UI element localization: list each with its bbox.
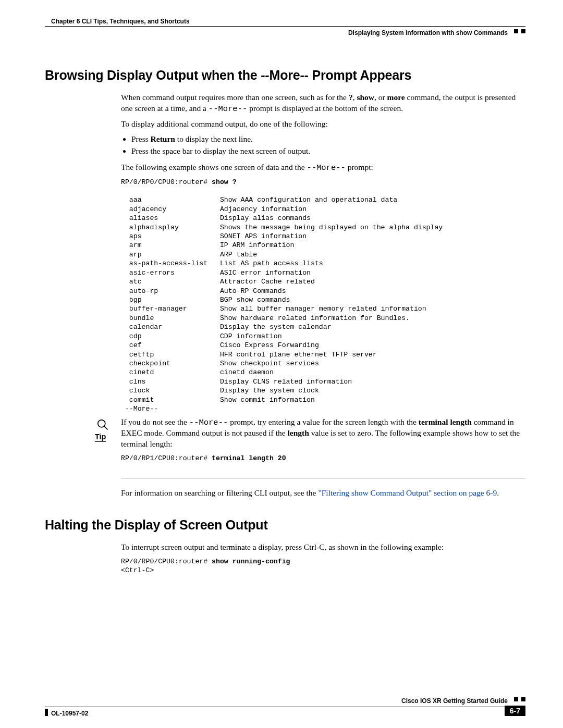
- running-footer: Cisco IOS XR Getting Started Guide OL-10…: [45, 707, 525, 707]
- bullet-spacebar: Press the space bar to display the next …: [131, 146, 525, 157]
- xref-para: For information on searching or filterin…: [121, 488, 525, 499]
- svg-line-1: [104, 426, 107, 429]
- bullet-list: Press Return to display the next line. P…: [121, 134, 525, 157]
- para-halt: To interrupt screen output and terminate…: [121, 542, 525, 553]
- tip-block: Tip If you do not see the --More-- promp…: [45, 417, 525, 466]
- footer-left-bar: [45, 709, 48, 716]
- tip-para: If you do not see the --More-- prompt, t…: [121, 417, 525, 450]
- section1-body: When command output requires more than o…: [121, 92, 525, 414]
- halt-cli: RP/0/RP0/CPU0:router# show running-confi…: [121, 557, 525, 575]
- footer-guide: Cisco IOS XR Getting Started Guide: [401, 697, 508, 705]
- content: Browsing Display Output when the --More-…: [45, 68, 525, 575]
- footer-rule: [45, 707, 525, 707]
- section2-body: To interrupt screen output and terminate…: [121, 542, 525, 575]
- xref-link[interactable]: "Filtering show Command Output" section …: [318, 488, 497, 497]
- footer-doc-id: OL-10957-02: [51, 710, 88, 717]
- header-chapter: Chapter 6 CLI Tips, Techniques, and Shor…: [51, 18, 190, 25]
- divider: [121, 478, 525, 478]
- page-number: 6-7: [505, 706, 525, 716]
- para-display-additional: To display additional command output, do…: [121, 119, 525, 130]
- lightbulb-icon: [95, 417, 109, 433]
- header-section: Displaying System Information with show …: [348, 29, 508, 36]
- section-heading-browsing: Browsing Display Output when the --More-…: [45, 68, 525, 83]
- xref-block: For information on searching or filterin…: [121, 488, 525, 499]
- header-rule: [45, 26, 525, 27]
- cli-output: RP/0/RP0/CPU0:router# show ? aaa Show AA…: [121, 178, 525, 414]
- para-example-intro: The following example shows one screen o…: [121, 162, 525, 174]
- page: Chapter 6 CLI Tips, Techniques, and Shor…: [0, 0, 563, 728]
- section-heading-halting: Halting the Display of Screen Output: [45, 517, 525, 533]
- tip-cli: RP/0/RP1/CPU0:router# terminal length 20: [121, 454, 525, 463]
- tip-label: Tip: [95, 433, 106, 442]
- footer-ornament: [514, 697, 525, 701]
- running-header: Chapter 6 CLI Tips, Techniques, and Shor…: [45, 18, 525, 39]
- bullet-return: Press Return to display the next line.: [131, 134, 525, 145]
- para-intro: When command output requires more than o…: [121, 92, 525, 115]
- header-ornament: [514, 29, 525, 33]
- svg-point-0: [98, 419, 105, 427]
